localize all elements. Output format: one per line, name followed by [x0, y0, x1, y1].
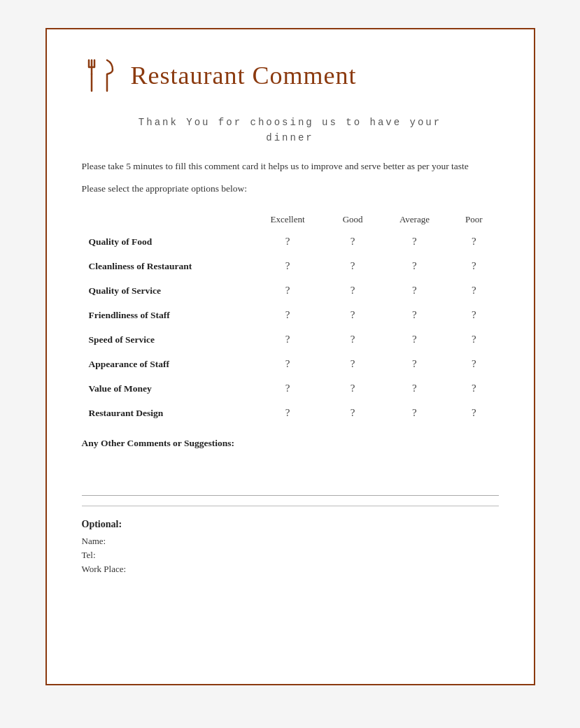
- table-row: Quality of Service????: [82, 278, 499, 303]
- rating-cell[interactable]: ?: [449, 254, 498, 278]
- page-background: Restaurant Comment Thank You for choosin…: [0, 0, 580, 728]
- col-header-good: Good: [326, 210, 380, 229]
- rating-cell[interactable]: ?: [326, 229, 380, 254]
- rating-cell[interactable]: ?: [326, 303, 380, 327]
- rating-cell[interactable]: ?: [250, 303, 326, 327]
- col-header-category: [82, 210, 250, 229]
- description-text: Please take 5 minutes to fill this comme…: [82, 159, 499, 174]
- rating-cell[interactable]: ?: [380, 376, 450, 401]
- table-row: Appearance of Staff????: [82, 352, 499, 376]
- row-label: Restaurant Design: [82, 401, 250, 425]
- table-header-row: Excellent Good Average Poor: [82, 210, 499, 229]
- rating-cell[interactable]: ?: [250, 327, 326, 352]
- rating-cell[interactable]: ?: [326, 278, 380, 303]
- rating-table: Excellent Good Average Poor Quality of F…: [82, 210, 499, 425]
- rating-cell[interactable]: ?: [449, 352, 498, 376]
- comments-label: Any Other Comments or Suggestions:: [82, 438, 499, 449]
- row-label: Friendliness of Staff: [82, 303, 250, 327]
- rating-cell[interactable]: ?: [449, 376, 498, 401]
- rating-cell[interactable]: ?: [250, 401, 326, 425]
- rating-cell[interactable]: ?: [449, 229, 498, 254]
- instruction-text: Please select the appropriate options be…: [82, 183, 499, 194]
- row-label: Quality of Service: [82, 278, 250, 303]
- card-header: Restaurant Comment: [82, 57, 499, 94]
- rating-cell[interactable]: ?: [326, 352, 380, 376]
- rating-cell[interactable]: ?: [326, 401, 380, 425]
- row-label: Cleanliness of Restaurant: [82, 254, 250, 278]
- section-divider: [82, 506, 499, 506]
- table-row: Cleanliness of Restaurant????: [82, 254, 499, 278]
- rating-cell[interactable]: ?: [326, 254, 380, 278]
- rating-cell[interactable]: ?: [380, 254, 450, 278]
- rating-cell[interactable]: ?: [326, 376, 380, 401]
- rating-cell[interactable]: ?: [326, 327, 380, 352]
- optional-workplace: Work Place:: [82, 564, 499, 575]
- table-row: Friendliness of Staff????: [82, 303, 499, 327]
- table-row: Speed of Service????: [82, 327, 499, 352]
- rating-cell[interactable]: ?: [380, 229, 450, 254]
- table-row: Value of Money????: [82, 376, 499, 401]
- optional-name: Name:: [82, 536, 499, 547]
- comments-line-1: [82, 495, 499, 496]
- rating-cell[interactable]: ?: [380, 278, 450, 303]
- optional-tel: Tel:: [82, 550, 499, 561]
- card-title: Restaurant Comment: [131, 61, 357, 90]
- comments-section: Any Other Comments or Suggestions:: [82, 438, 499, 496]
- comment-card: Restaurant Comment Thank You for choosin…: [45, 28, 535, 685]
- rating-cell[interactable]: ?: [449, 327, 498, 352]
- optional-title: Optional:: [82, 519, 499, 530]
- row-label: Appearance of Staff: [82, 352, 250, 376]
- rating-cell[interactable]: ?: [449, 401, 498, 425]
- row-label: Quality of Food: [82, 229, 250, 254]
- rating-cell[interactable]: ?: [449, 278, 498, 303]
- col-header-poor: Poor: [449, 210, 498, 229]
- table-row: Quality of Food????: [82, 229, 499, 254]
- comments-space: [82, 470, 499, 495]
- rating-cell[interactable]: ?: [250, 376, 326, 401]
- thank-you-text: Thank You for choosing us to have your d…: [82, 115, 499, 146]
- rating-cell[interactable]: ?: [449, 303, 498, 327]
- fork-knife-icon: [82, 57, 118, 94]
- rating-cell[interactable]: ?: [250, 229, 326, 254]
- rating-cell[interactable]: ?: [250, 278, 326, 303]
- row-label: Value of Money: [82, 376, 250, 401]
- rating-cell[interactable]: ?: [380, 352, 450, 376]
- row-label: Speed of Service: [82, 327, 250, 352]
- rating-cell[interactable]: ?: [380, 303, 450, 327]
- rating-cell[interactable]: ?: [250, 254, 326, 278]
- table-row: Restaurant Design????: [82, 401, 499, 425]
- col-header-average: Average: [380, 210, 450, 229]
- rating-cell[interactable]: ?: [380, 327, 450, 352]
- col-header-excellent: Excellent: [250, 210, 326, 229]
- rating-cell[interactable]: ?: [250, 352, 326, 376]
- optional-section: Optional: Name: Tel: Work Place:: [82, 519, 499, 575]
- rating-cell[interactable]: ?: [380, 401, 450, 425]
